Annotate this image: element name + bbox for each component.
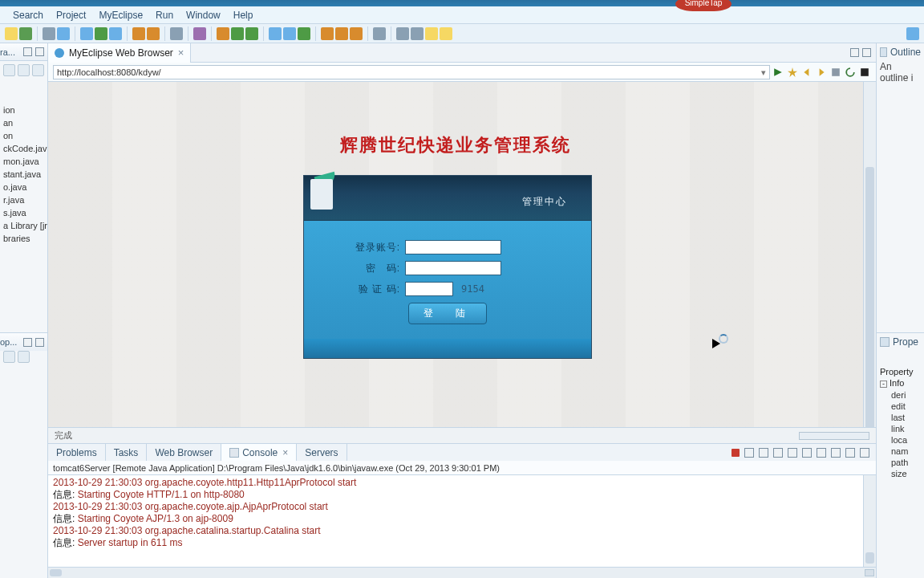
- tab-web-browser[interactable]: MyEclipse Web Browser ×: [48, 43, 191, 63]
- url-input[interactable]: http://localhost:8080/kdyw/ ▾: [53, 65, 770, 79]
- tree-icon[interactable]: [396, 27, 409, 40]
- file-item[interactable]: s.java: [0, 206, 47, 219]
- menu-window[interactable]: Window: [180, 10, 227, 21]
- property-item[interactable]: link: [891, 423, 921, 434]
- new-project-icon[interactable]: [57, 27, 70, 40]
- maximize-icon[interactable]: [35, 338, 44, 347]
- tree-toggle-icon[interactable]: -: [880, 381, 887, 388]
- refresh-icon[interactable]: [844, 66, 857, 79]
- icon1[interactable]: [3, 351, 15, 363]
- clear-icon[interactable]: [773, 448, 783, 458]
- scroll-right-icon[interactable]: [865, 569, 874, 576]
- minimize-icon[interactable]: [850, 48, 859, 57]
- file-item[interactable]: mon.java: [0, 155, 47, 168]
- back-nav-icon[interactable]: [425, 27, 438, 40]
- file-item[interactable]: braries: [0, 232, 47, 245]
- scroll-lock-icon[interactable]: [788, 448, 797, 458]
- collapse-icon[interactable]: [3, 64, 15, 76]
- browser-viewport[interactable]: 辉腾世纪快递业务管理系统 管理中心 登录账号: 密 码:: [48, 82, 876, 427]
- file-item[interactable]: an: [0, 116, 47, 129]
- username-input[interactable]: [405, 240, 501, 254]
- box-icon[interactable]: [373, 27, 386, 40]
- menu-help[interactable]: Help: [227, 10, 260, 21]
- tab-webbrowser[interactable]: Web Browser: [147, 444, 221, 462]
- column-header[interactable]: Property: [880, 367, 921, 377]
- deploy-icon[interactable]: [283, 27, 296, 40]
- open-icon[interactable]: [132, 27, 145, 40]
- run-icon[interactable]: [231, 27, 244, 40]
- close-icon[interactable]: ×: [282, 447, 288, 458]
- tab-tasks[interactable]: Tasks: [106, 444, 148, 462]
- tab-servers[interactable]: Servers: [297, 444, 346, 462]
- globe-icon[interactable]: [109, 27, 122, 40]
- run-last-icon[interactable]: [245, 27, 258, 40]
- captcha-input[interactable]: [405, 282, 453, 296]
- password-input[interactable]: [405, 261, 501, 275]
- min-icon[interactable]: [845, 448, 855, 458]
- maximize-icon[interactable]: [862, 48, 871, 57]
- property-item[interactable]: deri: [891, 389, 921, 401]
- remove-all-icon[interactable]: [759, 448, 768, 458]
- file-item[interactable]: ckCode.java: [0, 142, 47, 155]
- property-item[interactable]: path: [891, 457, 921, 468]
- simpletap-badge[interactable]: SimpleTap: [675, 0, 732, 11]
- favorite-icon[interactable]: [786, 66, 799, 79]
- folder2-icon[interactable]: [335, 27, 348, 40]
- stop-icon[interactable]: [829, 66, 842, 79]
- color-icon[interactable]: [858, 66, 871, 79]
- menu-icon[interactable]: [32, 64, 44, 76]
- tree2-icon[interactable]: [411, 27, 424, 40]
- scrollbar-horizontal[interactable]: [48, 567, 876, 578]
- scrollbar-thumb[interactable]: [865, 552, 874, 564]
- file-tree[interactable]: ion an on ckCode.java mon.java stant.jav…: [0, 79, 47, 245]
- close-icon[interactable]: ×: [178, 47, 184, 59]
- property-item[interactable]: loca: [891, 434, 921, 446]
- login-button[interactable]: 登 陆: [408, 303, 487, 324]
- folder3-icon[interactable]: [350, 27, 363, 40]
- forward-icon[interactable]: [815, 66, 828, 79]
- open-console-icon[interactable]: [831, 448, 841, 458]
- file-item[interactable]: on: [0, 129, 47, 142]
- menu-myeclipse[interactable]: MyEclipse: [92, 10, 149, 21]
- icon2[interactable]: [18, 351, 30, 363]
- info-group[interactable]: -Info: [880, 378, 921, 388]
- server-icon[interactable]: [269, 27, 282, 40]
- tab-console[interactable]: Console ×: [221, 444, 297, 462]
- scrollbar-vertical[interactable]: [863, 475, 876, 567]
- maximize-icon[interactable]: [35, 47, 44, 56]
- console-output[interactable]: 2013-10-29 21:30:03 org.apache.coyote.ht…: [48, 475, 876, 567]
- file-item[interactable]: r.java: [0, 193, 47, 206]
- fwd-nav-icon[interactable]: [440, 27, 452, 40]
- menu-search[interactable]: Search: [6, 10, 50, 21]
- property-item[interactable]: size: [891, 468, 921, 479]
- chevron-down-icon[interactable]: ▾: [761, 66, 766, 79]
- package-icon[interactable]: [80, 27, 93, 40]
- class-icon[interactable]: [95, 27, 107, 40]
- minimize-icon[interactable]: [23, 47, 32, 56]
- refresh-server-icon[interactable]: [298, 27, 310, 40]
- remove-icon[interactable]: [744, 448, 754, 458]
- file-item[interactable]: stant.java: [0, 168, 47, 181]
- folder-icon[interactable]: [321, 27, 334, 40]
- max-icon[interactable]: [860, 448, 869, 458]
- go-button[interactable]: [772, 66, 784, 79]
- save-icon[interactable]: [19, 27, 32, 40]
- perspective-icon[interactable]: [906, 27, 919, 40]
- display-icon[interactable]: [817, 448, 826, 458]
- scrollbar-thumb[interactable]: [50, 569, 62, 576]
- scrollbar-thumb[interactable]: [865, 167, 874, 427]
- file-item[interactable]: o.java: [0, 181, 47, 193]
- camera-icon[interactable]: [170, 27, 183, 40]
- file-item[interactable]: a Library [jre: [0, 219, 47, 232]
- minimize-icon[interactable]: [23, 338, 32, 347]
- new-icon[interactable]: [5, 27, 18, 40]
- back-icon[interactable]: [800, 66, 813, 79]
- file-item[interactable]: ion: [0, 104, 47, 116]
- dropdown-icon[interactable]: [193, 27, 206, 40]
- property-item[interactable]: nam: [891, 446, 921, 457]
- terminate-icon[interactable]: [732, 449, 740, 457]
- property-item[interactable]: edit: [891, 401, 921, 412]
- menu-run[interactable]: Run: [149, 10, 180, 21]
- bug-icon[interactable]: [217, 27, 229, 40]
- open2-icon[interactable]: [147, 27, 160, 40]
